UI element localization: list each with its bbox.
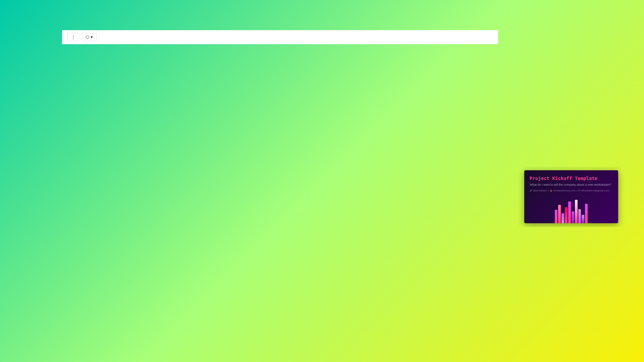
panel-body: Title 32/70 Description 0/160 Template b… [498, 70, 644, 362]
right-panel: Page setup × ⊞ Cards 🖼 Background 🌐 Prev… [498, 30, 644, 362]
layout-options-button[interactable]: ⬡ ▾ [82, 33, 97, 41]
preview-slide-content: Project Kickoff Template What do I want … [524, 170, 618, 197]
preview-slide-mini: Project Kickoff Template What do I want … [524, 170, 618, 223]
layout-label: ▾ [91, 35, 93, 40]
preview-slide-footer: 🌶 @koolaidco | 👆 koolaidfactory.com | ✉ … [530, 189, 613, 192]
preview-slide-title: Project Kickoff Template [530, 176, 613, 181]
more-options-button[interactable]: ⋮ [67, 33, 79, 41]
preview-slide-sub: What do I want to tell the company about… [530, 183, 613, 186]
preview-image: Project Kickoff Template What do I want … [507, 167, 636, 227]
layout-icon: ⬡ [86, 35, 89, 40]
preview-card: Project Kickoff Template What do I want … [506, 166, 636, 256]
slide-toolbar: ⋮ ⬡ ▾ [62, 30, 498, 44]
app-layout: 🏠 › Copy of Project Kickoff Template ✕ P… [0, 30, 644, 362]
share-preview-section: Share preview [506, 157, 636, 256]
